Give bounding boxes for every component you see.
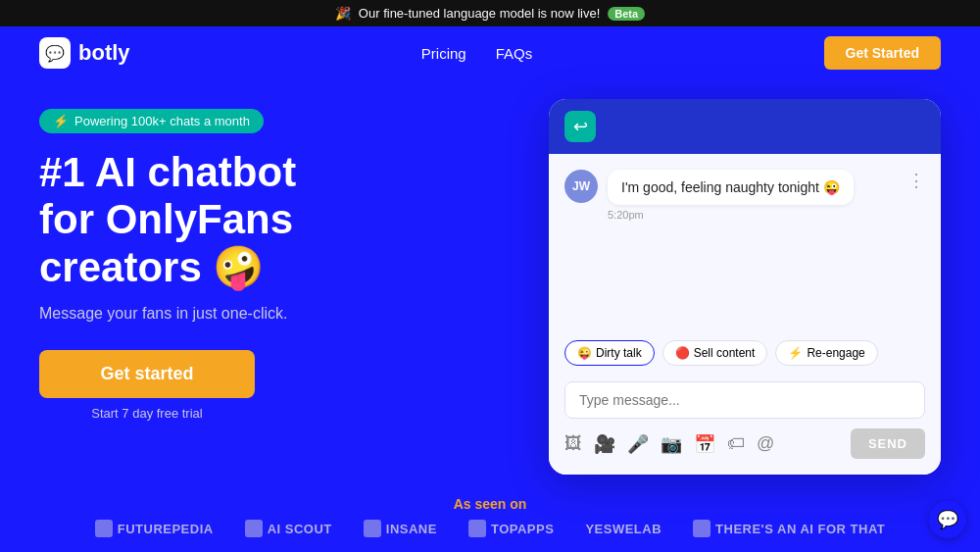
hero-title-line2: for OnlyFans xyxy=(39,196,293,242)
nav-get-started-button[interactable]: Get Started xyxy=(824,36,941,70)
action-pill-sell-content[interactable]: 🔴 Sell content xyxy=(662,340,768,366)
announcement-text: Our fine-tuned language model is now liv… xyxy=(359,6,600,21)
action-pills-row: 😜 Dirty talk 🔴 Sell content ⚡ Re-engage xyxy=(549,330,941,374)
image-icon[interactable]: 🖼 xyxy=(564,433,582,454)
chat-header: ↩ xyxy=(549,99,941,154)
badge-emoji: ⚡ xyxy=(53,114,69,128)
hero-section: ⚡ Powering 100k+ chats a month #1 AI cha… xyxy=(39,99,510,421)
action-pill-re-engage[interactable]: ⚡ Re-engage xyxy=(775,340,877,366)
hero-title-line3: creators 🤪 xyxy=(39,244,264,290)
brand-theresanai: THERE'S AN AI FOR THAT xyxy=(693,520,885,537)
announcement-emoji: 🎉 xyxy=(335,6,351,21)
topapps-label: TopApps xyxy=(491,522,554,536)
as-seen-label: As seen on xyxy=(0,496,980,512)
hero-title: #1 AI chatbot for OnlyFans creators 🤪 xyxy=(39,149,510,291)
logo-text: botly xyxy=(78,40,130,66)
ai-scout-label: Ai Scout xyxy=(268,522,332,536)
nav-link-faqs[interactable]: FAQs xyxy=(496,45,533,62)
chat-header-icon: ↩ xyxy=(564,111,596,142)
as-seen-on-section: As seen on FUTUREPEDIA Ai Scout Insane T… xyxy=(0,484,980,543)
hero-title-line1: #1 AI chatbot xyxy=(39,149,296,195)
send-button[interactable]: SEND xyxy=(851,428,925,459)
yeswelab-label: YESWELAB xyxy=(585,522,662,536)
sell-content-emoji: 🔴 xyxy=(675,346,690,360)
message-input[interactable] xyxy=(564,381,925,419)
brand-topapps: TopApps xyxy=(468,520,554,537)
theresanai-icon xyxy=(693,520,710,537)
beta-badge: Beta xyxy=(608,7,645,21)
futurepedia-label: FUTUREPEDIA xyxy=(118,522,214,536)
main-content: ⚡ Powering 100k+ chats a month #1 AI cha… xyxy=(0,79,980,484)
toolbar-icons: 🖼 🎥 🎤 📷 📅 🏷 @ xyxy=(564,433,774,455)
video-icon[interactable]: 🎥 xyxy=(594,433,615,455)
nav-links: Pricing FAQs xyxy=(421,45,532,62)
avatar: JW xyxy=(564,170,598,203)
futurepedia-icon xyxy=(95,520,113,537)
navbar: 💬 botly Pricing FAQs Get Started xyxy=(0,26,980,79)
badge-text: Powering 100k+ chats a month xyxy=(74,114,250,128)
dirty-talk-label: Dirty talk xyxy=(596,346,642,360)
logo-icon: 💬 xyxy=(39,37,71,69)
message-bubble: I'm good, feeling naughty tonight 😜 xyxy=(608,170,854,205)
mention-icon[interactable]: @ xyxy=(757,433,774,454)
trial-text: Start 7 day free trial xyxy=(39,406,255,421)
announcement-bar: 🎉 Our fine-tuned language model is now l… xyxy=(0,0,980,26)
chat-widget-panel: ↩ JW I'm good, feeling naughty tonight 😜… xyxy=(549,99,941,475)
insane-icon xyxy=(364,520,381,537)
message-menu-icon[interactable]: ⋮ xyxy=(907,170,925,191)
topapps-icon xyxy=(468,520,486,537)
action-pill-dirty-talk[interactable]: 😜 Dirty talk xyxy=(564,340,655,366)
message-time: 5:20pm xyxy=(608,209,925,221)
insane-label: Insane xyxy=(386,522,437,536)
ai-scout-icon xyxy=(245,520,263,537)
chat-widget-icon: 💬 xyxy=(937,509,958,530)
mic-icon[interactable]: 🎤 xyxy=(627,433,649,455)
brand-yeswelab: YESWELAB xyxy=(585,522,662,536)
brand-logos-row: FUTUREPEDIA Ai Scout Insane TopApps YESW… xyxy=(0,520,980,537)
re-engage-label: Re-engage xyxy=(807,346,864,360)
input-area: 🖼 🎥 🎤 📷 📅 🏷 @ SEND xyxy=(549,374,941,475)
brand-insane: Insane xyxy=(364,520,437,537)
brand-futurepedia: FUTUREPEDIA xyxy=(95,520,214,537)
calendar-icon[interactable]: 📅 xyxy=(694,433,715,455)
re-engage-emoji: ⚡ xyxy=(788,346,803,360)
hero-subtitle: Message your fans in just one-click. xyxy=(39,305,510,323)
dirty-talk-emoji: 😜 xyxy=(577,346,592,360)
powering-badge: ⚡ Powering 100k+ chats a month xyxy=(39,109,264,133)
camera-icon[interactable]: 📷 xyxy=(661,433,682,455)
brand-ai-scout: Ai Scout xyxy=(245,520,332,537)
hero-cta-button[interactable]: Get started xyxy=(39,350,255,398)
nav-link-pricing[interactable]: Pricing xyxy=(421,45,466,62)
tag-icon[interactable]: 🏷 xyxy=(727,433,745,454)
theresanai-label: THERE'S AN AI FOR THAT xyxy=(715,522,885,536)
logo[interactable]: 💬 botly xyxy=(39,37,130,69)
toolbar-row: 🖼 🎥 🎤 📷 📅 🏷 @ SEND xyxy=(564,428,925,459)
chat-message-row: JW I'm good, feeling naughty tonight 😜 ⋮ xyxy=(564,170,925,205)
chat-body: JW I'm good, feeling naughty tonight 😜 ⋮… xyxy=(549,154,941,330)
sell-content-label: Sell content xyxy=(694,346,756,360)
chat-widget-button[interactable]: 💬 xyxy=(929,501,966,538)
